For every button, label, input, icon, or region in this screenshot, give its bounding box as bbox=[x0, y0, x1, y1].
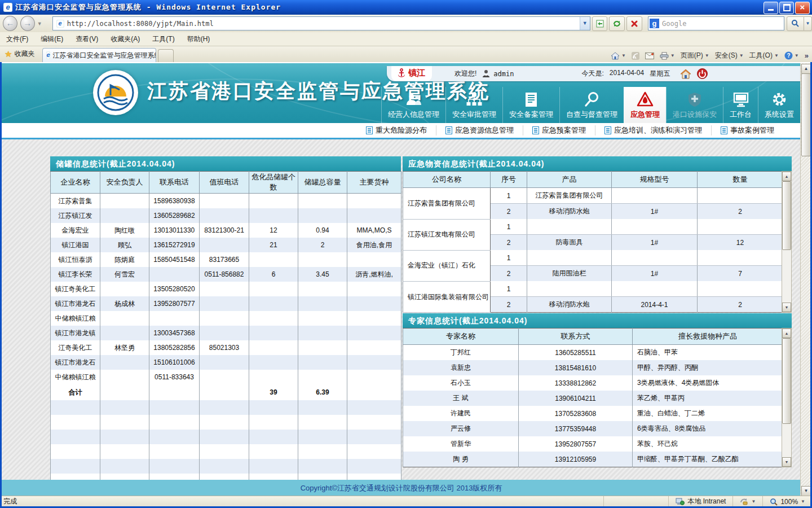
search-button[interactable] bbox=[787, 16, 804, 31]
protected-mode-button[interactable]: ▼ bbox=[732, 496, 762, 507]
submenu-accident-cases[interactable]: 事故案例管理 bbox=[712, 125, 783, 135]
page-menu-button[interactable]: 页面(P) ▼ bbox=[681, 51, 709, 60]
scrollbar-thumb[interactable] bbox=[801, 73, 810, 156]
port-logo bbox=[93, 70, 138, 115]
page-scrollbar[interactable]: ▲ ▼ bbox=[800, 63, 810, 497]
back-button[interactable]: ← bbox=[3, 16, 17, 31]
submenu-training-drills[interactable]: 应急培训、演练和演习管理 bbox=[595, 125, 712, 135]
nav-port-facility-security[interactable]: 港口设施保安 bbox=[666, 87, 723, 123]
nav-workbench[interactable]: 工作台 bbox=[723, 87, 758, 123]
supplies-scrollbar[interactable]: ▲ ▼ bbox=[782, 171, 792, 313]
scrollbar-thumb[interactable] bbox=[782, 181, 791, 250]
table-row: 江苏镇江发电有限公司 1 bbox=[403, 219, 783, 235]
table-row: 金海宏业（镇江）石化 1 bbox=[403, 250, 783, 266]
address-dropdown-icon[interactable]: ▼ bbox=[580, 17, 590, 30]
cell-capacity: 2 bbox=[298, 238, 347, 252]
favorites-label[interactable]: 收藏夹 bbox=[14, 49, 34, 59]
submenu-emergency-plans[interactable]: 应急预案管理 bbox=[523, 125, 595, 135]
scrollbar-thumb[interactable] bbox=[782, 338, 791, 424]
cell-tank-count: 21 bbox=[249, 238, 298, 252]
url-text[interactable]: http://localhost:8080/yjpt/Main.html bbox=[67, 20, 580, 28]
nav-safety-filing[interactable]: 安全备案管理 bbox=[502, 87, 559, 123]
print-button[interactable]: ▼ bbox=[660, 52, 675, 60]
experts-scrollbar[interactable]: ▲ ▼ bbox=[782, 328, 792, 467]
cell-capacity bbox=[298, 370, 347, 384]
submenu-emergency-resources[interactable]: 应急资源信息管理 bbox=[436, 125, 523, 135]
experts-panel-title: 专家信息统计(截止2014.04.04) bbox=[403, 313, 792, 328]
home-shortcut-button[interactable] bbox=[680, 69, 691, 79]
stop-button[interactable] bbox=[626, 16, 642, 31]
favorites-bar: ★ 收藏夹 e 江苏省港口安全监管与应急管理系统 ▼ ▼ 页面(P) bbox=[0, 46, 812, 62]
menu-view[interactable]: 查看(V) bbox=[69, 32, 104, 46]
menu-edit[interactable]: 编辑(E) bbox=[34, 32, 69, 46]
total-count: 39 bbox=[249, 384, 298, 400]
col-header: 公司名称 bbox=[403, 172, 491, 188]
restore-button[interactable] bbox=[779, 2, 794, 14]
logout-button[interactable] bbox=[697, 68, 708, 79]
refresh-button[interactable] bbox=[609, 16, 625, 31]
tools-menu-button[interactable]: 工具(O) ▼ bbox=[749, 51, 779, 60]
mail-button[interactable] bbox=[645, 52, 654, 59]
scroll-up-icon[interactable]: ▲ bbox=[782, 329, 791, 338]
browser-tab[interactable]: e 江苏省港口安全监管与应急管理系统 bbox=[42, 48, 156, 62]
cell-cargo: 食用油,食用 bbox=[347, 238, 401, 252]
cell-capacity bbox=[298, 340, 347, 355]
scroll-down-icon[interactable]: ▼ bbox=[782, 303, 791, 312]
cell-duty-phone: 85021303 bbox=[200, 340, 249, 355]
cell-spec: 1# bbox=[612, 235, 698, 251]
protected-dropdown-icon[interactable]: ▼ bbox=[751, 499, 756, 504]
help-button[interactable]: ? ▼ bbox=[784, 51, 799, 60]
overflow-chevron-icon[interactable]: » bbox=[805, 51, 809, 60]
cell-cargo bbox=[347, 340, 401, 355]
scroll-up-icon[interactable]: ▲ bbox=[782, 172, 791, 181]
minimize-button[interactable] bbox=[764, 2, 778, 14]
safety-menu-button[interactable]: 安全(S) ▼ bbox=[715, 51, 744, 60]
menu-favorites[interactable]: 收藏夹(A) bbox=[104, 32, 146, 46]
history-dropdown-icon[interactable]: ▼ bbox=[37, 21, 42, 27]
nav-system-settings[interactable]: 系统设置 bbox=[758, 87, 801, 123]
close-button[interactable]: × bbox=[795, 2, 810, 14]
total-capacity: 6.39 bbox=[298, 384, 347, 400]
feeds-button[interactable] bbox=[632, 52, 639, 60]
city-pill: 镇江 bbox=[391, 66, 432, 81]
print-dropdown-icon[interactable]: ▼ bbox=[670, 53, 675, 58]
favorites-star-icon[interactable]: ★ bbox=[5, 49, 12, 59]
doc-icon bbox=[445, 126, 452, 134]
nav-operator-info[interactable]: 经营人信息管理 bbox=[381, 87, 445, 123]
scroll-down-icon[interactable]: ▼ bbox=[801, 486, 810, 496]
search-dropdown-icon[interactable]: ▼ bbox=[804, 16, 812, 31]
nav-self-inspection[interactable]: 自查与督查管理 bbox=[559, 87, 624, 123]
cell-expert-name: 严云修 bbox=[403, 421, 519, 436]
zoom-control[interactable]: 100% ▼ bbox=[762, 496, 812, 507]
copyright-text: Copyright©江苏省交通规划设计院股份有限公司 2013版权所有 bbox=[301, 483, 502, 493]
address-bar[interactable]: e http://localhost:8080/yjpt/Main.html ▼ bbox=[52, 16, 590, 30]
nav-label: 自查与督查管理 bbox=[566, 110, 617, 120]
zoom-dropdown-icon[interactable]: ▼ bbox=[801, 499, 805, 504]
table-row: 镇江港国际集装箱有限公司 1 bbox=[403, 281, 783, 297]
cell-cargo bbox=[347, 208, 401, 223]
safety-dropdown-icon: ▼ bbox=[739, 53, 744, 58]
home-button[interactable]: ▼ bbox=[611, 52, 626, 60]
search-box[interactable]: g Google bbox=[648, 16, 784, 30]
menu-tools[interactable]: 工具(T) bbox=[146, 32, 180, 46]
table-row: 袁新忠 13815481610 甲醇、异丙醇、丙酮 bbox=[403, 360, 783, 375]
port-logo-icon bbox=[97, 74, 134, 111]
scroll-down-icon[interactable]: ▼ bbox=[782, 457, 791, 467]
forward-button[interactable]: → bbox=[20, 16, 35, 31]
window-frame-left bbox=[0, 62, 2, 506]
nav-emergency-management[interactable]: 应急管理 bbox=[624, 87, 666, 123]
print-icon bbox=[660, 52, 669, 60]
scroll-up-icon[interactable]: ▲ bbox=[801, 64, 810, 74]
cell-duty-phone: 0511-856882 bbox=[200, 267, 249, 282]
home-dropdown-icon[interactable]: ▼ bbox=[621, 53, 626, 58]
warning-triangle-icon bbox=[637, 90, 654, 107]
menu-file[interactable]: 文件(F) bbox=[0, 32, 34, 46]
menu-help[interactable]: 帮助(H) bbox=[181, 32, 217, 46]
cell-expert-name: 丁邦红 bbox=[403, 345, 519, 361]
compatibility-view-button[interactable] bbox=[592, 16, 608, 31]
submenu-hazard-distribution[interactable]: 重大危险源分布 bbox=[357, 125, 436, 135]
nav-safety-approval[interactable]: 安全审批管理 bbox=[445, 87, 502, 123]
zoom-level: 100% bbox=[780, 498, 798, 506]
cell-product bbox=[527, 281, 612, 297]
new-tab-stub[interactable] bbox=[158, 49, 174, 62]
